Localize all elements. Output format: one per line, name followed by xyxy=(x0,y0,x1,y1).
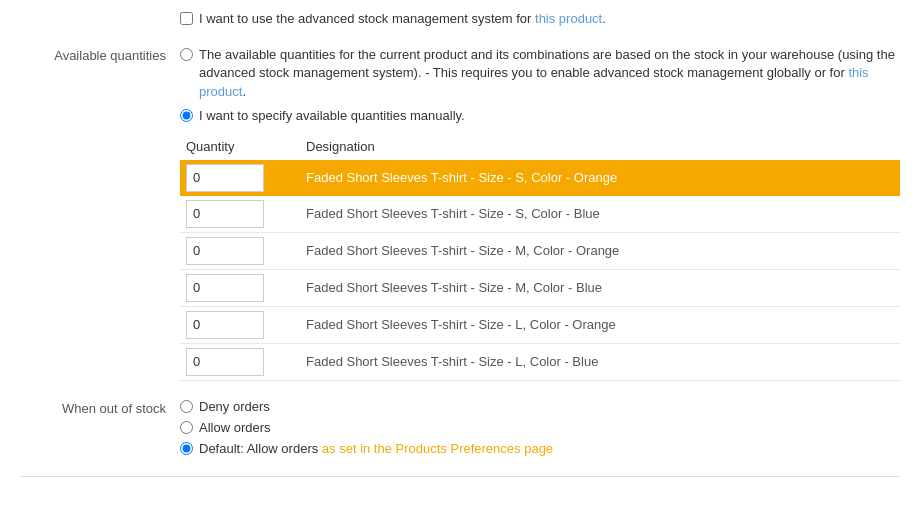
oos-label-allow: Allow orders xyxy=(199,420,271,435)
oos-radio-default[interactable] xyxy=(180,442,193,455)
available-quantities-row: Available quantities The available quant… xyxy=(20,46,900,381)
radio1-text: The available quantities for the current… xyxy=(199,47,895,80)
available-quantities-label: Available quantities xyxy=(20,46,180,63)
table-row: Faded Short Sleeves T-shirt - Size - S, … xyxy=(180,196,900,233)
quantity-table: Quantity Designation Faded Short Sleeves… xyxy=(180,135,900,381)
qty-cell xyxy=(180,269,300,306)
table-row: Faded Short Sleeves T-shirt - Size - M, … xyxy=(180,269,900,306)
designation-cell: Faded Short Sleeves T-shirt - Size - L, … xyxy=(300,343,900,380)
out-of-stock-option: Default: Allow orders as set in the Prod… xyxy=(180,441,900,456)
table-row: Faded Short Sleeves T-shirt - Size - M, … xyxy=(180,232,900,269)
oos-radio-deny[interactable] xyxy=(180,400,193,413)
designation-cell: Faded Short Sleeves T-shirt - Size - S, … xyxy=(300,160,900,196)
qty-input[interactable] xyxy=(186,274,264,302)
out-of-stock-option: Deny orders xyxy=(180,399,900,414)
table-row: Faded Short Sleeves T-shirt - Size - L, … xyxy=(180,306,900,343)
qty-cell xyxy=(180,160,300,196)
advanced-stock-check-line: I want to use the advanced stock managem… xyxy=(180,10,900,28)
advanced-stock-row: I want to use the advanced stock managem… xyxy=(20,10,900,32)
advanced-stock-label-empty xyxy=(20,10,180,12)
qty-input[interactable] xyxy=(186,237,264,265)
advanced-stock-content: I want to use the advanced stock managem… xyxy=(180,10,900,32)
designation-cell: Faded Short Sleeves T-shirt - Size - M, … xyxy=(300,232,900,269)
oos-preferences-link[interactable]: as set in the Products Preferences page xyxy=(322,441,553,456)
out-of-stock-label: When out of stock xyxy=(20,399,180,416)
out-of-stock-option: Allow orders xyxy=(180,420,900,435)
qty-cell xyxy=(180,343,300,380)
radio1-line: The available quantities for the current… xyxy=(180,46,900,101)
oos-text-prefix: Default: Allow orders xyxy=(199,441,322,456)
qty-cell xyxy=(180,232,300,269)
table-body: Faded Short Sleeves T-shirt - Size - S, … xyxy=(180,160,900,381)
qty-mode-radio-1[interactable] xyxy=(180,48,193,61)
advanced-stock-text: I want to use the advanced stock managem… xyxy=(199,11,535,26)
oos-label-deny: Deny orders xyxy=(199,399,270,414)
out-of-stock-row: When out of stock Deny ordersAllow order… xyxy=(20,399,900,462)
radio2-line: I want to specify available quantities m… xyxy=(180,107,900,125)
out-of-stock-content: Deny ordersAllow ordersDefault: Allow or… xyxy=(180,399,900,462)
qty-mode-radio-2[interactable] xyxy=(180,109,193,122)
table-header-row: Quantity Designation xyxy=(180,135,900,160)
col-quantity-header: Quantity xyxy=(180,135,300,160)
table-row: Faded Short Sleeves T-shirt - Size - L, … xyxy=(180,343,900,380)
advanced-stock-link[interactable]: this product xyxy=(535,11,602,26)
designation-cell: Faded Short Sleeves T-shirt - Size - M, … xyxy=(300,269,900,306)
qty-mode-2-label: I want to specify available quantities m… xyxy=(199,107,465,125)
table-row: Faded Short Sleeves T-shirt - Size - S, … xyxy=(180,160,900,196)
col-designation-header: Designation xyxy=(300,135,900,160)
qty-cell xyxy=(180,306,300,343)
oos-label-default: Default: Allow orders as set in the Prod… xyxy=(199,441,553,456)
qty-cell xyxy=(180,196,300,233)
qty-mode-1-label: The available quantities for the current… xyxy=(199,46,900,101)
advanced-stock-checkbox[interactable] xyxy=(180,12,193,25)
page-container: I want to use the advanced stock managem… xyxy=(0,0,920,497)
qty-input[interactable] xyxy=(186,200,264,228)
designation-cell: Faded Short Sleeves T-shirt - Size - S, … xyxy=(300,196,900,233)
advanced-stock-label: I want to use the advanced stock managem… xyxy=(199,10,606,28)
available-quantities-content: The available quantities for the current… xyxy=(180,46,900,381)
bottom-divider xyxy=(20,476,900,477)
qty-input[interactable] xyxy=(186,311,264,339)
qty-input[interactable] xyxy=(186,164,264,192)
qty-input[interactable] xyxy=(186,348,264,376)
oos-radio-allow[interactable] xyxy=(180,421,193,434)
designation-cell: Faded Short Sleeves T-shirt - Size - L, … xyxy=(300,306,900,343)
